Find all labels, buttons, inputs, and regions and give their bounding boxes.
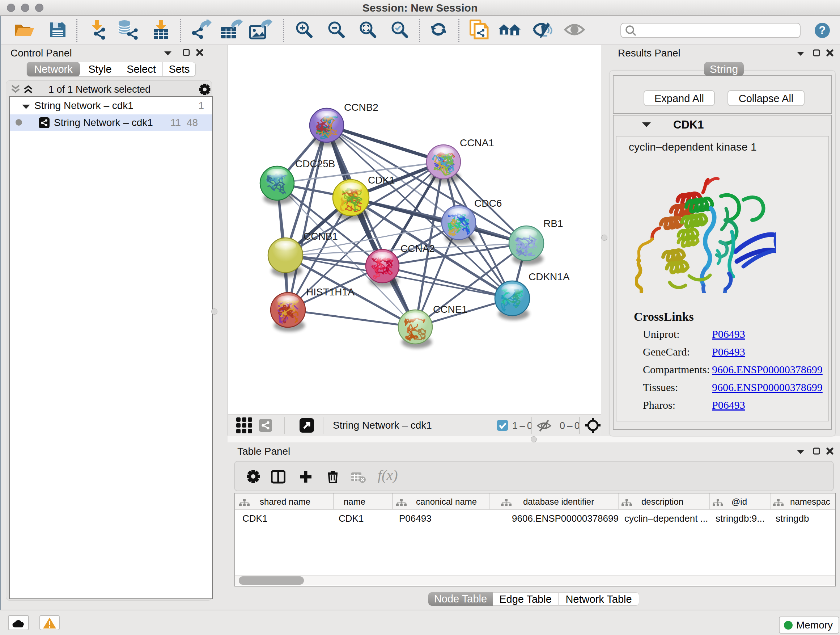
svg-text:HIST1H1A: HIST1H1A bbox=[306, 287, 355, 298]
svg-text:CCNA1: CCNA1 bbox=[460, 137, 494, 149]
svg-text:CDC6: CDC6 bbox=[474, 198, 502, 209]
svg-text:CDKN1A: CDKN1A bbox=[529, 271, 570, 282]
svg-text:CCNE1: CCNE1 bbox=[433, 304, 467, 315]
svg-text:CCNB2: CCNB2 bbox=[344, 102, 378, 113]
svg-text:CDK1: CDK1 bbox=[368, 174, 395, 186]
svg-text:RB1: RB1 bbox=[543, 218, 563, 229]
svg-text:CDC25B: CDC25B bbox=[295, 158, 335, 169]
svg-text:CCNB1: CCNB1 bbox=[303, 231, 338, 242]
svg-text:CCNA2: CCNA2 bbox=[401, 243, 435, 254]
